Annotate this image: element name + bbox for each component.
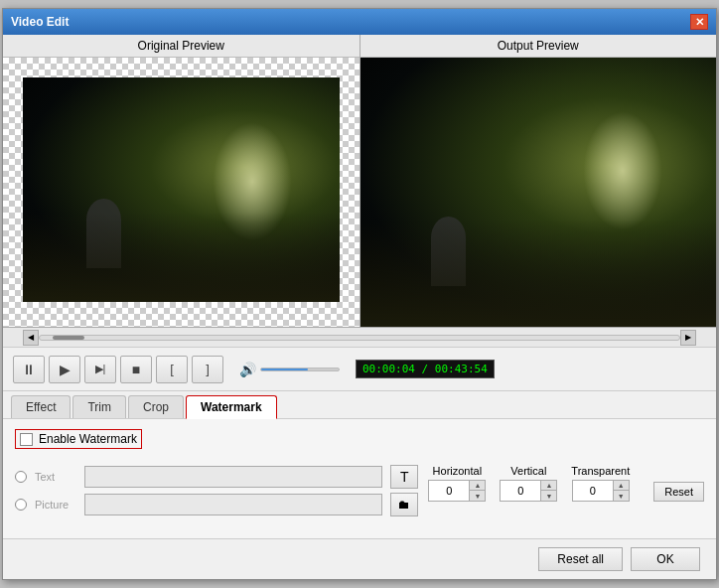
horizontal-spinbox[interactable]: ▲ ▼ (428, 480, 486, 502)
mark-in-button[interactable]: [ (156, 356, 188, 383)
light-beam (213, 122, 292, 241)
output-video-content (360, 58, 717, 327)
output-preview-label: Output Preview (360, 35, 717, 58)
transparent-group: Transparent ▲ ▼ (571, 465, 630, 502)
video-edit-window: Video Edit ✕ Original Preview Output Pre… (2, 8, 717, 580)
vertical-value[interactable] (501, 483, 540, 499)
text-input[interactable] (84, 466, 382, 488)
vertical-arrows: ▲ ▼ (540, 481, 556, 501)
original-video (3, 58, 360, 327)
text-label: Text (35, 471, 76, 483)
scroll-left[interactable]: ◀ (23, 330, 39, 346)
volume-icon: 🔊 (239, 362, 256, 377)
scroll-right[interactable]: ▶ (680, 330, 696, 346)
picture-input[interactable] (84, 494, 382, 515)
title-bar: Video Edit ✕ (3, 9, 716, 35)
vertical-group: Vertical ▲ ▼ (500, 465, 557, 502)
tabs-bar: Effect Trim Crop Watermark (3, 391, 716, 419)
stop-button[interactable]: ■ (120, 356, 152, 383)
ok-button[interactable]: OK (631, 547, 700, 571)
original-video-content (23, 77, 340, 302)
transparent-label: Transparent (571, 465, 630, 477)
transport-controls: ⏸ ▶ ▶| ■ [ ] 🔊 00:00:04 / 00:43:54 (3, 348, 716, 391)
vertical-up[interactable]: ▲ (540, 481, 556, 491)
volume-fill (261, 368, 308, 370)
picture-radio[interactable] (15, 499, 27, 511)
bottom-bar: Reset all OK (3, 538, 716, 579)
picture-browse-button[interactable]: 🖿 (390, 493, 418, 516)
horizontal-arrows: ▲ ▼ (469, 481, 485, 501)
reset-button[interactable]: Reset (653, 482, 704, 502)
timeline-scrollbar: ◀ ▶ (3, 328, 716, 348)
text-format-button[interactable]: T (390, 465, 418, 489)
enable-watermark-container: Enable Watermark (15, 429, 704, 457)
vertical-down[interactable]: ▼ (540, 491, 556, 501)
scroll-thumb[interactable] (53, 336, 84, 340)
pause-button[interactable]: ⏸ (13, 356, 45, 383)
horizontal-down[interactable]: ▼ (469, 491, 485, 501)
watermark-options-row: Text T Picture 🖿 (15, 465, 704, 516)
transparent-spinbox[interactable]: ▲ ▼ (572, 480, 630, 502)
time-display: 00:00:04 / 00:43:54 (356, 360, 495, 378)
forest-scene-original (23, 77, 340, 302)
horizontal-label: Horizontal (433, 465, 483, 477)
picture-icon: 🖿 (398, 498, 410, 512)
watermark-left: Text T Picture 🖿 (15, 465, 418, 516)
watermark-panel: Enable Watermark Text T Picture (3, 419, 716, 538)
tab-watermark[interactable]: Watermark (186, 395, 277, 419)
tab-trim[interactable]: Trim (72, 395, 126, 418)
light-beam-output (583, 111, 662, 230)
transparent-value[interactable] (573, 483, 613, 499)
horizontal-up[interactable]: ▲ (469, 481, 485, 491)
enable-watermark-label[interactable]: Enable Watermark (15, 429, 142, 449)
preview-area: Original Preview Output Preview (3, 35, 716, 328)
enable-watermark-text: Enable Watermark (39, 432, 137, 446)
text-radio[interactable] (15, 471, 27, 483)
horizontal-value[interactable] (429, 483, 469, 499)
picture-label: Picture (35, 499, 76, 511)
vertical-spinbox[interactable]: ▲ ▼ (500, 480, 557, 502)
volume-area: 🔊 (239, 362, 340, 377)
close-button[interactable]: ✕ (690, 14, 708, 30)
original-preview-label: Original Preview (3, 35, 360, 58)
forest-scene-output (360, 58, 717, 327)
output-preview-panel: Output Preview (360, 35, 717, 327)
play-button[interactable]: ▶ (49, 356, 80, 383)
volume-slider[interactable] (260, 368, 340, 371)
text-row: Text T (15, 465, 418, 489)
reset-all-button[interactable]: Reset all (538, 547, 623, 571)
horizontal-group: Horizontal ▲ ▼ (428, 465, 486, 502)
window-title: Video Edit (11, 15, 69, 29)
transparent-up[interactable]: ▲ (613, 481, 629, 491)
figure-output (431, 217, 466, 286)
enable-watermark-checkbox[interactable] (20, 433, 33, 446)
transparent-arrows: ▲ ▼ (613, 481, 629, 501)
tab-crop[interactable]: Crop (128, 395, 184, 418)
mark-out-button[interactable]: ] (192, 356, 223, 383)
scroll-track[interactable] (39, 335, 680, 341)
output-video (360, 58, 717, 327)
figure (86, 199, 121, 268)
vertical-label: Vertical (510, 465, 546, 477)
text-icon: T (400, 469, 409, 485)
original-preview-panel: Original Preview (3, 35, 360, 327)
transparent-down[interactable]: ▼ (613, 491, 629, 501)
watermark-right: Horizontal ▲ ▼ Vertical ▲ (428, 465, 704, 502)
picture-row: Picture 🖿 (15, 493, 418, 516)
next-frame-button[interactable]: ▶| (84, 356, 116, 383)
tab-effect[interactable]: Effect (11, 395, 71, 418)
